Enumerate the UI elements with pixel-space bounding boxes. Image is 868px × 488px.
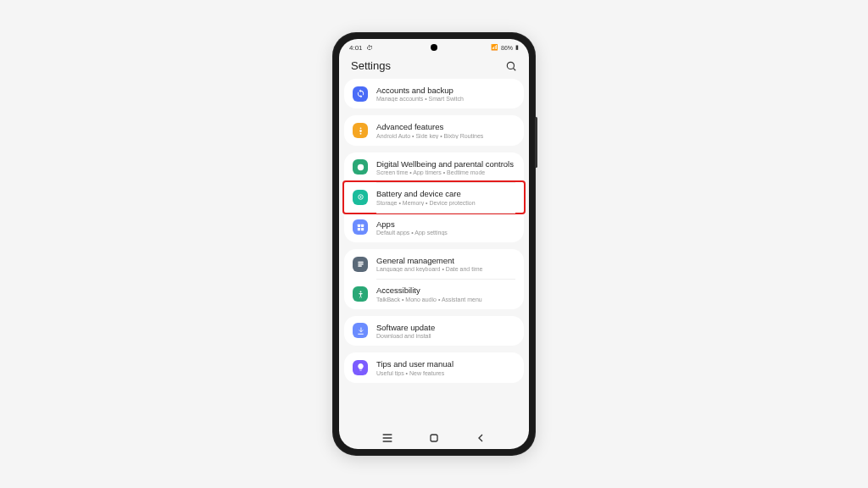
item-text: Advanced featuresAndroid Auto • Side key… xyxy=(376,122,515,138)
item-title: Apps xyxy=(376,219,515,229)
settings-item-general[interactable]: General managementLanguage and keyboard … xyxy=(344,249,524,279)
status-time: 4:01 xyxy=(349,44,363,52)
battery-icon: ▮ xyxy=(515,44,519,51)
wifi-icon: 📶 xyxy=(491,44,498,51)
settings-group: Digital Wellbeing and parental controlsS… xyxy=(344,152,524,242)
battery-text: 86% xyxy=(501,45,513,51)
item-title: Accounts and backup xyxy=(376,86,515,95)
accessibility-icon xyxy=(353,286,368,302)
advanced-icon xyxy=(353,123,368,138)
phone-frame: 4:01 ⏱ 📶 86% ▮ Settings Accounts and bac… xyxy=(332,32,536,456)
search-icon xyxy=(505,60,517,72)
home-button[interactable] xyxy=(427,431,441,445)
svg-rect-13 xyxy=(358,263,363,264)
general-icon xyxy=(353,257,368,272)
svg-point-15 xyxy=(359,291,361,292)
header: Settings xyxy=(339,54,529,79)
svg-point-5 xyxy=(357,164,363,170)
svg-rect-11 xyxy=(360,228,363,230)
settings-item-update[interactable]: Software updateDownload and install xyxy=(344,316,524,346)
page-title: Settings xyxy=(351,59,391,72)
svg-point-7 xyxy=(359,197,361,198)
recents-button[interactable] xyxy=(381,431,394,445)
svg-rect-12 xyxy=(358,262,363,263)
item-subtitle: TalkBack • Mono audio • Assistant menu xyxy=(376,297,515,302)
item-text: Tips and user manualUseful tips • New fe… xyxy=(376,359,515,375)
settings-group: General managementLanguage and keyboard … xyxy=(344,249,524,309)
sync-icon xyxy=(353,86,368,102)
svg-rect-10 xyxy=(357,228,359,230)
svg-line-1 xyxy=(513,68,515,70)
item-title: General management xyxy=(376,256,515,265)
settings-item-care[interactable]: Battery and device careStorage • Memory … xyxy=(342,180,526,214)
settings-group: Accounts and backupManage accounts • Sma… xyxy=(344,79,524,108)
item-subtitle: Storage • Memory • Device protection xyxy=(376,200,515,206)
item-subtitle: Useful tips • New features xyxy=(376,370,515,376)
settings-item-sync[interactable]: Accounts and backupManage accounts • Sma… xyxy=(344,79,524,108)
item-title: Advanced features xyxy=(376,122,515,131)
settings-item-wellbeing[interactable]: Digital Wellbeing and parental controlsS… xyxy=(344,152,524,182)
item-subtitle: Screen time • App timers • Bedtime mode xyxy=(376,169,515,175)
item-title: Battery and device care xyxy=(376,189,515,198)
item-subtitle: Download and install xyxy=(376,333,515,339)
item-title: Digital Wellbeing and parental controls xyxy=(376,159,515,169)
wellbeing-icon xyxy=(353,159,368,175)
update-icon xyxy=(353,323,368,338)
settings-group: Software updateDownload and install xyxy=(344,316,524,346)
settings-item-tips[interactable]: Tips and user manualUseful tips • New fe… xyxy=(344,352,524,382)
svg-rect-19 xyxy=(431,435,437,441)
side-button xyxy=(535,117,537,168)
svg-point-4 xyxy=(359,132,361,134)
settings-item-accessibility[interactable]: AccessibilityTalkBack • Mono audio • Ass… xyxy=(344,279,524,308)
settings-group: Tips and user manualUseful tips • New fe… xyxy=(344,352,524,382)
settings-group: Advanced featuresAndroid Auto • Side key… xyxy=(344,115,524,145)
svg-rect-9 xyxy=(360,225,363,227)
svg-rect-8 xyxy=(357,225,359,227)
svg-point-0 xyxy=(507,62,514,69)
item-subtitle: Android Auto • Side key • Bixby Routines xyxy=(376,133,515,139)
tips-icon xyxy=(353,360,368,375)
navigation-bar xyxy=(339,427,529,449)
item-text: Battery and device careStorage • Memory … xyxy=(376,189,515,205)
item-text: AccessibilityTalkBack • Mono audio • Ass… xyxy=(376,286,515,302)
svg-point-3 xyxy=(359,127,361,129)
item-title: Tips and user manual xyxy=(376,359,515,369)
search-button[interactable] xyxy=(505,60,517,72)
item-subtitle: Default apps • App settings xyxy=(376,230,515,236)
back-button[interactable] xyxy=(474,431,487,445)
item-subtitle: Manage accounts • Smart Switch xyxy=(376,96,515,102)
item-title: Software update xyxy=(376,323,515,332)
svg-point-2 xyxy=(359,130,362,132)
front-camera xyxy=(431,44,437,51)
alarm-icon: ⏱ xyxy=(366,44,373,52)
screen: 4:01 ⏱ 📶 86% ▮ Settings Accounts and bac… xyxy=(339,39,529,449)
item-text: Digital Wellbeing and parental controlsS… xyxy=(376,159,515,175)
svg-rect-14 xyxy=(358,265,362,266)
settings-item-advanced[interactable]: Advanced featuresAndroid Auto • Side key… xyxy=(344,115,524,145)
care-icon xyxy=(353,190,368,205)
settings-item-apps[interactable]: AppsDefault apps • App settings xyxy=(344,213,524,242)
item-text: Software updateDownload and install xyxy=(376,323,515,339)
item-subtitle: Language and keyboard • Date and time xyxy=(376,266,515,272)
item-text: AppsDefault apps • App settings xyxy=(376,219,515,236)
apps-icon xyxy=(353,219,368,235)
settings-list[interactable]: Accounts and backupManage accounts • Sma… xyxy=(339,79,529,427)
item-text: General managementLanguage and keyboard … xyxy=(376,256,515,272)
item-title: Accessibility xyxy=(376,286,515,295)
item-text: Accounts and backupManage accounts • Sma… xyxy=(376,86,515,102)
